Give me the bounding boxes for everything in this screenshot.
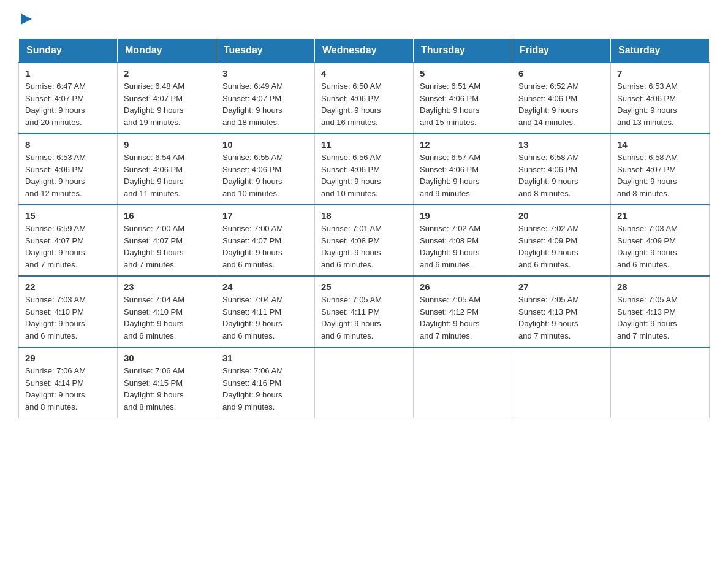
calendar-week-row: 15 Sunrise: 6:59 AMSunset: 4:07 PMDaylig… [19, 205, 710, 276]
day-number: 24 [222, 282, 308, 292]
calendar-cell: 22 Sunrise: 7:03 AMSunset: 4:10 PMDaylig… [19, 276, 118, 347]
page-header [18, 12, 710, 26]
day-info: Sunrise: 7:06 AMSunset: 4:14 PMDaylight:… [25, 366, 86, 412]
calendar-cell: 12 Sunrise: 6:57 AMSunset: 4:06 PMDaylig… [414, 134, 512, 205]
calendar-cell: 2 Sunrise: 6:48 AMSunset: 4:07 PMDayligh… [118, 63, 216, 134]
calendar-cell: 23 Sunrise: 7:04 AMSunset: 4:10 PMDaylig… [118, 276, 216, 347]
calendar-cell: 6 Sunrise: 6:52 AMSunset: 4:06 PMDayligh… [512, 63, 611, 134]
day-number: 14 [617, 139, 703, 150]
calendar-week-row: 8 Sunrise: 6:53 AMSunset: 4:06 PMDayligh… [19, 134, 710, 205]
day-info: Sunrise: 6:53 AMSunset: 4:06 PMDaylight:… [25, 153, 86, 198]
day-number: 13 [518, 139, 604, 150]
weekday-header-monday: Monday [118, 39, 216, 63]
calendar-cell: 1 Sunrise: 6:47 AMSunset: 4:07 PMDayligh… [19, 63, 118, 134]
day-number: 18 [321, 210, 407, 221]
calendar-cell: 25 Sunrise: 7:05 AMSunset: 4:11 PMDaylig… [315, 276, 414, 347]
weekday-header-friday: Friday [512, 39, 611, 63]
day-info: Sunrise: 7:00 AMSunset: 4:07 PMDaylight:… [222, 224, 283, 269]
calendar-cell: 28 Sunrise: 7:05 AMSunset: 4:13 PMDaylig… [611, 276, 710, 347]
calendar-cell: 29 Sunrise: 7:06 AMSunset: 4:14 PMDaylig… [19, 347, 118, 418]
day-info: Sunrise: 7:05 AMSunset: 4:13 PMDaylight:… [617, 295, 678, 340]
day-number: 30 [124, 353, 210, 363]
weekday-header-tuesday: Tuesday [216, 39, 315, 63]
calendar-cell: 4 Sunrise: 6:50 AMSunset: 4:06 PMDayligh… [315, 63, 414, 134]
calendar-cell: 7 Sunrise: 6:53 AMSunset: 4:06 PMDayligh… [611, 63, 710, 134]
day-number: 19 [420, 210, 506, 221]
day-number: 2 [124, 68, 210, 79]
day-info: Sunrise: 6:57 AMSunset: 4:06 PMDaylight:… [420, 153, 480, 198]
day-number: 16 [124, 210, 210, 221]
day-number: 11 [321, 139, 407, 150]
calendar-cell: 9 Sunrise: 6:54 AMSunset: 4:06 PMDayligh… [118, 134, 216, 205]
day-info: Sunrise: 7:03 AMSunset: 4:10 PMDaylight:… [25, 295, 86, 340]
weekday-header-saturday: Saturday [611, 39, 710, 63]
day-number: 1 [25, 68, 111, 79]
logo-arrow-icon [21, 12, 33, 26]
day-info: Sunrise: 7:06 AMSunset: 4:16 PMDaylight:… [222, 366, 283, 412]
calendar-cell: 10 Sunrise: 6:55 AMSunset: 4:06 PMDaylig… [216, 134, 315, 205]
day-info: Sunrise: 7:04 AMSunset: 4:10 PMDaylight:… [124, 295, 184, 340]
day-info: Sunrise: 7:02 AMSunset: 4:08 PMDaylight:… [420, 224, 480, 269]
day-info: Sunrise: 6:55 AMSunset: 4:06 PMDaylight:… [222, 153, 283, 198]
day-number: 25 [321, 282, 407, 292]
day-info: Sunrise: 7:05 AMSunset: 4:13 PMDaylight:… [518, 295, 579, 340]
calendar-week-row: 1 Sunrise: 6:47 AMSunset: 4:07 PMDayligh… [19, 63, 710, 134]
calendar-cell: 5 Sunrise: 6:51 AMSunset: 4:06 PMDayligh… [414, 63, 512, 134]
day-info: Sunrise: 6:58 AMSunset: 4:07 PMDaylight:… [617, 153, 678, 198]
weekday-header-sunday: Sunday [19, 39, 118, 63]
calendar-cell: 30 Sunrise: 7:06 AMSunset: 4:15 PMDaylig… [118, 347, 216, 418]
calendar-cell: 8 Sunrise: 6:53 AMSunset: 4:06 PMDayligh… [19, 134, 118, 205]
day-number: 12 [420, 139, 506, 150]
day-info: Sunrise: 7:06 AMSunset: 4:15 PMDaylight:… [124, 366, 184, 412]
day-info: Sunrise: 7:03 AMSunset: 4:09 PMDaylight:… [617, 224, 678, 269]
day-info: Sunrise: 7:00 AMSunset: 4:07 PMDaylight:… [124, 224, 184, 269]
day-number: 4 [321, 68, 407, 79]
calendar-cell: 21 Sunrise: 7:03 AMSunset: 4:09 PMDaylig… [611, 205, 710, 276]
day-info: Sunrise: 6:54 AMSunset: 4:06 PMDaylight:… [124, 153, 184, 198]
day-number: 21 [617, 210, 703, 221]
day-info: Sunrise: 7:04 AMSunset: 4:11 PMDaylight:… [222, 295, 283, 340]
day-info: Sunrise: 6:49 AMSunset: 4:07 PMDaylight:… [222, 82, 283, 127]
weekday-header-thursday: Thursday [414, 39, 512, 63]
day-info: Sunrise: 6:51 AMSunset: 4:06 PMDaylight:… [420, 82, 480, 127]
weekday-header-row: SundayMondayTuesdayWednesdayThursdayFrid… [19, 39, 710, 63]
calendar-cell: 24 Sunrise: 7:04 AMSunset: 4:11 PMDaylig… [216, 276, 315, 347]
calendar-cell: 27 Sunrise: 7:05 AMSunset: 4:13 PMDaylig… [512, 276, 611, 347]
day-info: Sunrise: 7:02 AMSunset: 4:09 PMDaylight:… [518, 224, 579, 269]
calendar-cell [315, 347, 414, 418]
day-info: Sunrise: 7:01 AMSunset: 4:08 PMDaylight:… [321, 224, 382, 269]
day-info: Sunrise: 6:47 AMSunset: 4:07 PMDaylight:… [25, 82, 86, 127]
calendar-cell [611, 347, 710, 418]
calendar-cell: 15 Sunrise: 6:59 AMSunset: 4:07 PMDaylig… [19, 205, 118, 276]
day-number: 31 [222, 353, 308, 363]
calendar-cell: 14 Sunrise: 6:58 AMSunset: 4:07 PMDaylig… [611, 134, 710, 205]
calendar-cell [414, 347, 512, 418]
calendar-cell: 18 Sunrise: 7:01 AMSunset: 4:08 PMDaylig… [315, 205, 414, 276]
day-info: Sunrise: 6:58 AMSunset: 4:06 PMDaylight:… [518, 153, 579, 198]
svg-marker-0 [21, 13, 32, 25]
calendar-cell: 20 Sunrise: 7:02 AMSunset: 4:09 PMDaylig… [512, 205, 611, 276]
day-number: 29 [25, 353, 111, 363]
day-info: Sunrise: 6:50 AMSunset: 4:06 PMDaylight:… [321, 82, 382, 127]
day-info: Sunrise: 6:48 AMSunset: 4:07 PMDaylight:… [124, 82, 184, 127]
weekday-header-wednesday: Wednesday [315, 39, 414, 63]
day-info: Sunrise: 6:59 AMSunset: 4:07 PMDaylight:… [25, 224, 86, 269]
day-number: 9 [124, 139, 210, 150]
day-info: Sunrise: 6:53 AMSunset: 4:06 PMDaylight:… [617, 82, 678, 127]
day-number: 10 [222, 139, 308, 150]
day-number: 23 [124, 282, 210, 292]
day-number: 15 [25, 210, 111, 221]
day-number: 8 [25, 139, 111, 150]
day-number: 22 [25, 282, 111, 292]
day-number: 6 [518, 68, 604, 79]
calendar-table: SundayMondayTuesdayWednesdayThursdayFrid… [18, 38, 710, 418]
day-info: Sunrise: 6:52 AMSunset: 4:06 PMDaylight:… [518, 82, 579, 127]
day-number: 3 [222, 68, 308, 79]
calendar-cell: 19 Sunrise: 7:02 AMSunset: 4:08 PMDaylig… [414, 205, 512, 276]
day-number: 27 [518, 282, 604, 292]
calendar-cell: 26 Sunrise: 7:05 AMSunset: 4:12 PMDaylig… [414, 276, 512, 347]
day-number: 17 [222, 210, 308, 221]
calendar-week-row: 29 Sunrise: 7:06 AMSunset: 4:14 PMDaylig… [19, 347, 710, 418]
calendar-cell: 17 Sunrise: 7:00 AMSunset: 4:07 PMDaylig… [216, 205, 315, 276]
day-number: 28 [617, 282, 703, 292]
